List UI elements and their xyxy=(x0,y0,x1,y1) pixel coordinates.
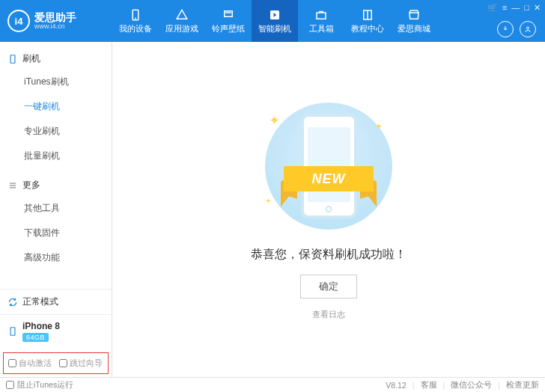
apps-icon xyxy=(175,8,189,22)
top-nav: 我的设备 应用游戏 铃声壁纸 智能刷机 工具箱 教程中心 爱思商城 xyxy=(112,0,545,42)
svg-rect-5 xyxy=(317,13,326,19)
music-icon xyxy=(222,8,235,22)
ok-button[interactable]: 确定 xyxy=(300,275,357,298)
menu-icon[interactable]: ≡ xyxy=(502,3,507,13)
sidebar-item-oneclick-flash[interactable]: 一键刷机 xyxy=(0,94,112,119)
star-icon: ✦ xyxy=(265,197,271,205)
user-circle-icon[interactable] xyxy=(520,21,536,37)
window-controls: 🛒 ≡ — □ ✕ xyxy=(487,3,541,13)
checkbox-skip-guide[interactable]: 跳过向导 xyxy=(59,358,103,369)
app-header: i4 爱思助手 www.i4.cn 我的设备 应用游戏 铃声壁纸 智能刷机 工具… xyxy=(0,0,545,42)
star-icon: ✦ xyxy=(269,112,280,129)
close-icon[interactable]: ✕ xyxy=(534,3,541,13)
nav-apps[interactable]: 应用游戏 xyxy=(159,0,205,42)
footer-bar: 阻止iTunes运行 V8.12 | 客服 | 微信公众号 | 检查更新 xyxy=(0,377,545,392)
sidebar-head-more: 更多 xyxy=(0,174,112,196)
logo-icon: i4 xyxy=(7,10,30,32)
cart-icon[interactable]: 🛒 xyxy=(487,3,498,13)
toolbox-icon xyxy=(314,8,328,22)
main-content: ✦ ✦ ✦ NEW 恭喜您，保资料刷机成功啦！ 确定 查看日志 xyxy=(112,42,545,377)
sidebar-group-flash: 刷机 iTunes刷机 一键刷机 专业刷机 批量刷机 xyxy=(0,42,112,168)
nav-flash[interactable]: 智能刷机 xyxy=(252,0,298,42)
flash-icon xyxy=(268,8,281,22)
sidebar-item-pro-flash[interactable]: 专业刷机 xyxy=(0,119,112,144)
checkbox-auto-activate[interactable]: 自动激活 xyxy=(8,358,52,369)
sidebar: 刷机 iTunes刷机 一键刷机 专业刷机 批量刷机 更多 其他工具 下载固件 … xyxy=(0,42,112,377)
svg-rect-13 xyxy=(10,328,15,336)
sidebar-head-flash: 刷机 xyxy=(0,48,112,70)
download-circle-icon[interactable] xyxy=(497,21,514,37)
sidebar-item-itunes-flash[interactable]: iTunes刷机 xyxy=(0,70,112,94)
logo-text: 爱思助手 www.i4.cn xyxy=(34,12,76,31)
svg-point-8 xyxy=(527,27,529,29)
sidebar-device[interactable]: iPhone 8 64GB xyxy=(0,314,112,348)
phone-icon xyxy=(129,8,142,22)
device-icon xyxy=(7,54,18,64)
new-ribbon: NEW xyxy=(284,166,374,192)
sidebar-item-batch-flash[interactable]: 批量刷机 xyxy=(0,144,112,168)
maximize-icon[interactable]: □ xyxy=(524,3,529,13)
version-label: V8.12 xyxy=(386,381,406,390)
nav-ringtone[interactable]: 铃声壁纸 xyxy=(205,0,252,42)
refresh-icon xyxy=(7,297,18,307)
svg-rect-9 xyxy=(10,55,15,63)
nav-shop[interactable]: 爱思商城 xyxy=(391,0,437,42)
view-log-link[interactable]: 查看日志 xyxy=(312,309,345,320)
device-name: iPhone 8 xyxy=(22,321,60,331)
minimize-icon[interactable]: — xyxy=(511,3,520,13)
sidebar-item-download-firmware[interactable]: 下载固件 xyxy=(0,221,112,245)
list-icon xyxy=(7,180,18,191)
app-url: www.i4.cn xyxy=(34,22,76,31)
app-title: 爱思助手 xyxy=(34,12,76,22)
sidebar-options-box: 自动激活 跳过向导 xyxy=(3,352,109,374)
success-message: 恭喜您，保资料刷机成功啦！ xyxy=(251,247,407,263)
checkbox-block-itunes[interactable]: 阻止iTunes运行 xyxy=(6,380,73,391)
svg-rect-2 xyxy=(225,10,233,16)
phone-small-icon xyxy=(7,326,18,337)
wechat-link[interactable]: 微信公众号 xyxy=(451,380,492,391)
success-illustration: ✦ ✦ ✦ NEW xyxy=(246,99,411,233)
support-link[interactable]: 客服 xyxy=(421,380,437,391)
sidebar-item-advanced[interactable]: 高级功能 xyxy=(0,245,112,270)
logo-area: i4 爱思助手 www.i4.cn xyxy=(0,10,112,32)
header-action-circles xyxy=(497,21,536,37)
device-storage-badge: 64GB xyxy=(22,333,49,342)
sidebar-status-mode[interactable]: 正常模式 xyxy=(0,289,112,314)
shop-icon xyxy=(407,8,421,22)
svg-point-1 xyxy=(136,18,136,19)
nav-my-device[interactable]: 我的设备 xyxy=(112,0,159,42)
nav-toolbox[interactable]: 工具箱 xyxy=(298,0,344,42)
star-icon: ✦ xyxy=(375,121,383,132)
check-update-link[interactable]: 检查更新 xyxy=(506,380,539,391)
book-icon xyxy=(361,8,374,22)
sidebar-item-other-tools[interactable]: 其他工具 xyxy=(0,196,112,221)
nav-tutorial[interactable]: 教程中心 xyxy=(344,0,391,42)
sidebar-group-more: 更多 其他工具 下载固件 高级功能 xyxy=(0,168,112,270)
